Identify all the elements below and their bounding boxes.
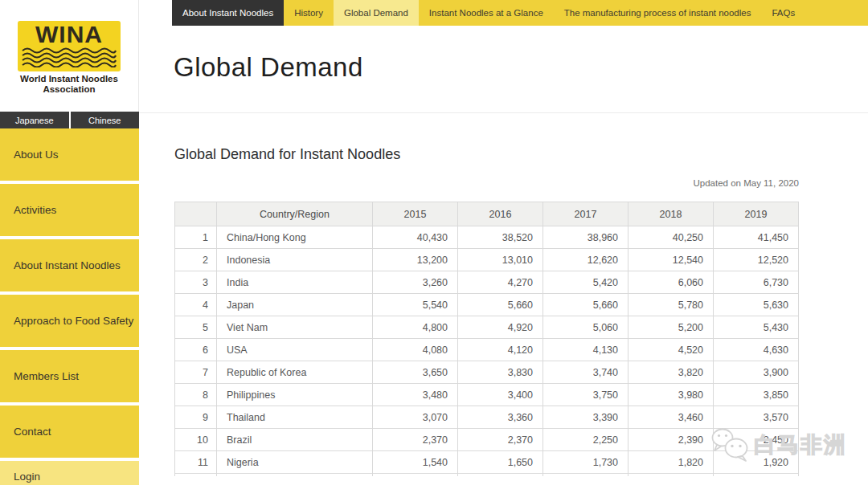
rank-cell: 7 — [175, 361, 217, 384]
column-header: 2016 — [458, 202, 543, 226]
value-cell: 5,060 — [543, 316, 628, 339]
value-cell: 3,400 — [458, 384, 543, 406]
page-header: Global Demand — [139, 26, 868, 113]
table-row-cutoff — [175, 474, 799, 476]
value-cell: 4,800 — [373, 316, 458, 339]
value-cell: 4,630 — [714, 339, 799, 361]
value-cell: 1,820 — [628, 451, 714, 474]
value-cell: 5,420 — [543, 271, 628, 294]
japanese-button[interactable]: Japanese — [0, 112, 71, 128]
value-cell: 38,960 — [543, 226, 628, 249]
table-row: 6USA4,0804,1204,1304,5204,630 — [175, 339, 799, 361]
value-cell: 5,630 — [714, 294, 799, 316]
country-cell: Nigeria — [217, 451, 373, 474]
value-cell: 1,730 — [543, 451, 628, 474]
column-header: 2015 — [373, 202, 458, 226]
tab-about-instant-noodles[interactable]: About Instant Noodles — [172, 0, 284, 26]
rank-cell: 4 — [175, 294, 217, 316]
value-cell: 4,120 — [458, 339, 543, 361]
table-row: 3India3,2604,2705,4206,0606,730 — [175, 271, 799, 294]
value-cell: 41,450 — [714, 226, 799, 249]
column-header: 2017 — [543, 202, 628, 226]
value-cell: 3,980 — [628, 384, 714, 406]
value-cell: 38,520 — [458, 226, 543, 249]
value-cell: 4,130 — [543, 339, 628, 361]
value-cell: 13,200 — [373, 249, 458, 271]
value-cell: 3,740 — [543, 361, 628, 384]
value-cell: 3,260 — [373, 271, 458, 294]
value-cell: 3,850 — [714, 384, 799, 406]
value-cell: 2,250 — [543, 429, 628, 451]
tab-instant-noodles-at-a-glance[interactable]: Instant Noodles at a Glance — [419, 0, 554, 26]
country-cell: India — [217, 271, 373, 294]
wina-website: WINA World Instant Noodles Association J… — [0, 0, 868, 485]
rank-cell: 3 — [175, 271, 217, 294]
sidebar-item-about-instant-noodles[interactable]: About Instant Noodles — [0, 239, 139, 291]
table-row: 1China/Hong Kong40,43038,52038,96040,250… — [175, 226, 799, 249]
value-cell: 3,070 — [373, 406, 458, 429]
demand-table: Country/Region20152016201720182019 1Chin… — [174, 202, 799, 476]
country-cell: Thailand — [217, 406, 373, 429]
tab-the-manufacturing-process-of-instant-noodles[interactable]: The manufacturing process of instant noo… — [554, 0, 762, 26]
sidebar-item-about-us[interactable]: About Us — [0, 128, 139, 181]
table-row: 4Japan5,5405,6605,6605,7805,630 — [175, 294, 799, 316]
rank-cell: 11 — [175, 451, 217, 474]
value-cell: 3,480 — [373, 384, 458, 406]
main-content: Global Demand for Instant Noodles Update… — [139, 113, 868, 485]
country-cell: Philippines — [217, 384, 373, 406]
org-name-line2: Association — [0, 84, 138, 95]
updated-date: Updated on May 11, 2020 — [694, 178, 800, 188]
column-header — [175, 202, 217, 226]
value-cell: 12,520 — [714, 249, 799, 271]
country-cell: China/Hong Kong — [217, 226, 373, 249]
table-row: 5Viet Nam4,8004,9205,0605,2005,430 — [175, 316, 799, 339]
value-cell: 40,250 — [628, 226, 714, 249]
table-row: 10Brazil2,3702,3702,2502,3902,450 — [175, 429, 799, 451]
sidebar-item-activities[interactable]: Activities — [0, 184, 139, 236]
value-cell: 5,430 — [714, 316, 799, 339]
country-cell: Brazil — [217, 429, 373, 451]
rank-cell: 6 — [175, 339, 217, 361]
table-row: 11Nigeria1,5401,6501,7301,8201,920 — [175, 451, 799, 474]
tab-faqs[interactable]: FAQs — [761, 0, 805, 26]
value-cell: 4,270 — [458, 271, 543, 294]
value-cell: 5,540 — [373, 294, 458, 316]
value-cell: 3,390 — [543, 406, 628, 429]
rank-cell: 1 — [175, 226, 217, 249]
sidebar: WINA World Instant Noodles Association J… — [0, 0, 139, 485]
tab-history[interactable]: History — [284, 0, 334, 26]
value-cell: 3,820 — [628, 361, 714, 384]
value-cell: 3,570 — [714, 406, 799, 429]
value-cell: 2,370 — [458, 429, 543, 451]
sidebar-item-members-list[interactable]: Members List — [0, 350, 139, 402]
table-row: 2Indonesia13,20013,01012,62012,54012,520 — [175, 249, 799, 271]
value-cell: 3,650 — [373, 361, 458, 384]
waves-icon — [22, 47, 117, 67]
value-cell: 12,620 — [543, 249, 628, 271]
table-row: 7Republic of Korea3,6503,8303,7403,8203,… — [175, 361, 799, 384]
sidebar-item-contact[interactable]: Contact — [0, 406, 139, 458]
chinese-button[interactable]: Chinese — [71, 112, 140, 128]
value-cell: 3,360 — [458, 406, 543, 429]
value-cell: 1,650 — [458, 451, 543, 474]
value-cell: 5,660 — [458, 294, 543, 316]
rank-cell: 10 — [175, 429, 217, 451]
value-cell: 2,450 — [714, 429, 799, 451]
tab-global-demand[interactable]: Global Demand — [334, 0, 419, 26]
value-cell: 13,010 — [458, 249, 543, 271]
value-cell: 2,370 — [373, 429, 458, 451]
rank-cell: 2 — [175, 249, 217, 271]
value-cell: 1,540 — [373, 451, 458, 474]
sidebar-item-login[interactable]: Login — [0, 461, 139, 485]
sidebar-item-approach-to-food-safety[interactable]: Approach to Food Safety — [0, 295, 139, 347]
wina-logo-box: WINA — [18, 21, 121, 71]
value-cell: 1,920 — [714, 451, 799, 474]
country-cell: Republic of Korea — [217, 361, 373, 384]
table-row: 9Thailand3,0703,3603,3903,4603,570 — [175, 406, 799, 429]
wina-logo[interactable]: WINA World Instant Noodles Association — [0, 0, 139, 112]
column-header: Country/Region — [217, 202, 373, 226]
value-cell: 4,080 — [373, 339, 458, 361]
top-nav: About Instant NoodlesHistoryGlobal Deman… — [172, 0, 868, 26]
value-cell: 3,750 — [543, 384, 628, 406]
column-header: 2019 — [714, 202, 799, 226]
